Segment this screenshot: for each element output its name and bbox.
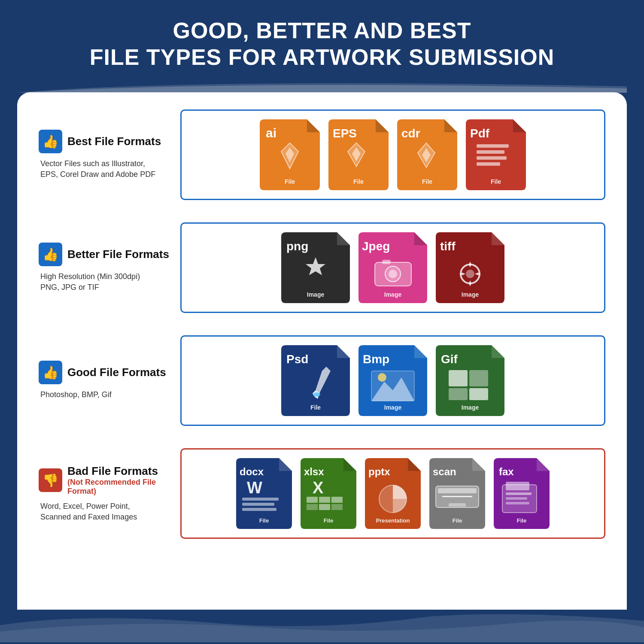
svg-text:File: File bbox=[285, 178, 295, 185]
good-row: 👍 Good File Formats Photoshop, BMP, Gif … bbox=[39, 335, 605, 426]
svg-rect-10 bbox=[477, 162, 500, 166]
svg-rect-65 bbox=[506, 482, 529, 490]
svg-text:File: File bbox=[310, 404, 321, 411]
file-gif-svg: Gif Image bbox=[436, 345, 504, 416]
file-cdr-svg: cdr File bbox=[397, 119, 457, 190]
svg-text:Jpeg: Jpeg bbox=[362, 240, 390, 253]
svg-rect-7 bbox=[477, 144, 509, 148]
svg-text:X: X bbox=[313, 479, 324, 497]
better-label-area: 👍 Better File Formats High Resolution (M… bbox=[39, 243, 172, 293]
svg-rect-51 bbox=[319, 504, 330, 510]
svg-text:ai: ai bbox=[266, 126, 276, 140]
svg-rect-50 bbox=[307, 504, 318, 510]
file-pdf-svg: Pdf File bbox=[466, 119, 526, 190]
bottom-waves bbox=[0, 608, 644, 644]
good-label-area: 👍 Good File Formats Photoshop, BMP, Gif bbox=[39, 361, 172, 400]
svg-text:File: File bbox=[324, 517, 333, 524]
svg-text:Image: Image bbox=[384, 291, 402, 298]
file-png: png Image bbox=[281, 232, 350, 303]
svg-rect-35 bbox=[469, 370, 488, 386]
bad-label-area: 👎 Bad File Formats (Not Recommended File… bbox=[39, 465, 172, 522]
svg-point-26 bbox=[313, 392, 320, 397]
svg-text:Image: Image bbox=[384, 404, 402, 411]
file-pdf: Pdf File bbox=[466, 119, 526, 190]
svg-text:File: File bbox=[491, 178, 501, 185]
svg-text:docx: docx bbox=[240, 466, 264, 477]
svg-text:File: File bbox=[453, 517, 462, 524]
svg-text:png: png bbox=[286, 240, 308, 253]
bad-title: Bad File Formats bbox=[67, 465, 172, 478]
svg-rect-68 bbox=[506, 502, 529, 504]
file-eps: EPS File bbox=[328, 119, 389, 190]
best-title: Best File Formats bbox=[67, 135, 161, 148]
svg-rect-52 bbox=[331, 504, 343, 510]
svg-text:Pdf: Pdf bbox=[470, 127, 490, 140]
bad-files-box: docx W File xlsx bbox=[180, 448, 605, 539]
svg-rect-60 bbox=[442, 496, 472, 497]
svg-text:File: File bbox=[353, 178, 364, 185]
file-scan-svg: scan File bbox=[429, 458, 485, 529]
best-row: 👍 Best File Formats Vector Files such as… bbox=[39, 109, 605, 200]
better-title: Better File Formats bbox=[67, 248, 169, 261]
better-label-header: 👍 Better File Formats bbox=[39, 243, 169, 266]
svg-text:Gif: Gif bbox=[441, 352, 458, 366]
svg-point-31 bbox=[378, 373, 386, 382]
file-pptx: pptx Presentation bbox=[365, 458, 421, 529]
svg-rect-61 bbox=[449, 503, 466, 507]
file-ai: ai File bbox=[260, 119, 320, 190]
svg-rect-59 bbox=[438, 488, 477, 493]
file-cdr: cdr File bbox=[397, 119, 457, 190]
svg-text:xlsx: xlsx bbox=[304, 466, 324, 477]
bad-desc: Word, Excel, Power Point, Scanned and Fa… bbox=[39, 501, 137, 522]
better-files-box: png Image Jpeg bbox=[180, 222, 605, 313]
file-xlsx: xlsx X File bbox=[301, 458, 356, 529]
thumbs-up-better: 👍 bbox=[39, 243, 62, 266]
svg-rect-48 bbox=[319, 497, 330, 503]
svg-rect-9 bbox=[477, 156, 507, 160]
bad-label-header: 👎 Bad File Formats (Not Recommended File… bbox=[39, 465, 172, 496]
svg-rect-49 bbox=[331, 497, 343, 503]
svg-rect-43 bbox=[242, 508, 276, 511]
svg-text:Image: Image bbox=[462, 404, 479, 411]
svg-rect-66 bbox=[506, 492, 532, 495]
svg-rect-41 bbox=[242, 498, 279, 501]
svg-text:fax: fax bbox=[499, 466, 514, 477]
bottom-waves-svg bbox=[0, 608, 644, 642]
svg-text:pptx: pptx bbox=[368, 466, 390, 477]
file-bmp: Bmp Image bbox=[358, 345, 427, 416]
header: GOOD, BETTER AND BEST FILE TYPES FOR ART… bbox=[0, 0, 644, 79]
best-files-box: ai File EPS bbox=[180, 109, 605, 200]
svg-rect-36 bbox=[449, 388, 468, 400]
svg-rect-42 bbox=[242, 503, 274, 506]
svg-rect-47 bbox=[307, 497, 318, 503]
file-tiff-svg: tiff Image bbox=[436, 232, 504, 303]
svg-rect-37 bbox=[469, 388, 488, 400]
svg-point-23 bbox=[466, 270, 474, 278]
swoosh-top bbox=[17, 78, 627, 93]
file-scan: scan File bbox=[429, 458, 485, 529]
thumbs-down-bad: 👎 bbox=[39, 468, 62, 492]
file-pptx-svg: pptx Presentation bbox=[365, 458, 421, 529]
page-container: GOOD, BETTER AND BEST FILE TYPES FOR ART… bbox=[0, 0, 644, 644]
svg-text:scan: scan bbox=[433, 466, 456, 477]
header-title: GOOD, BETTER AND BEST FILE TYPES FOR ART… bbox=[26, 17, 618, 71]
svg-rect-34 bbox=[449, 370, 468, 386]
file-docx-svg: docx W File bbox=[236, 458, 292, 529]
svg-point-18 bbox=[389, 270, 397, 278]
file-fax: fax File bbox=[494, 458, 550, 529]
file-fax-svg: fax File bbox=[494, 458, 550, 529]
good-label-header: 👍 Good File Formats bbox=[39, 361, 166, 384]
file-jpeg-svg: Jpeg Image bbox=[358, 232, 427, 303]
svg-text:Psd: Psd bbox=[286, 352, 308, 366]
bad-subtitle: (Not Recommended File Format) bbox=[67, 478, 172, 496]
file-docx: docx W File bbox=[236, 458, 292, 529]
file-png-svg: png Image bbox=[281, 232, 350, 303]
thumbs-up-good: 👍 bbox=[39, 361, 62, 384]
file-eps-svg: EPS File bbox=[328, 119, 389, 190]
svg-rect-67 bbox=[506, 497, 527, 500]
file-tiff: tiff Image bbox=[436, 232, 504, 303]
file-gif: Gif Image bbox=[436, 345, 504, 416]
svg-rect-19 bbox=[382, 260, 391, 264]
better-row: 👍 Better File Formats High Resolution (M… bbox=[39, 222, 605, 313]
file-psd-svg: Psd File bbox=[281, 345, 350, 416]
